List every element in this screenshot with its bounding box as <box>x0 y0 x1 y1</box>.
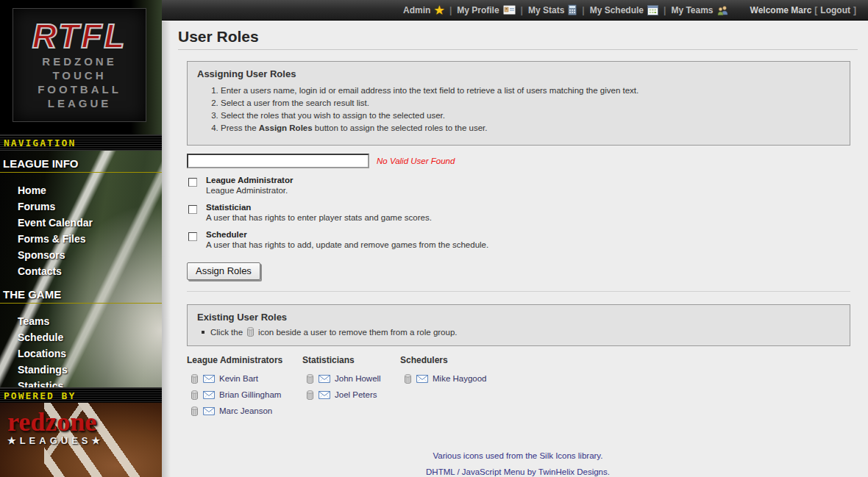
sidebar-item-standings[interactable]: Standings <box>0 362 162 378</box>
existing-user-roles-panel: Existing User Roles Click the icon besid… <box>187 304 850 346</box>
bin-icon[interactable] <box>404 374 412 384</box>
mail-icon[interactable] <box>203 375 215 383</box>
topbar-stats-label: My Stats <box>528 5 564 15</box>
mail-icon[interactable] <box>416 375 428 383</box>
vcard-icon <box>503 5 516 15</box>
footer-credits-icons: Various icons used from the Silk Icons l… <box>178 451 858 460</box>
logo-line: LEAGUE <box>13 96 146 110</box>
statistician-checkbox[interactable] <box>188 205 197 214</box>
role-description: A user that has rights to add, update an… <box>206 240 850 250</box>
step4-pre: Press the <box>221 123 259 132</box>
user-link[interactable]: John Howell <box>335 374 381 383</box>
star-icon: ★ <box>434 5 444 15</box>
search-status-message: No Valid User Found <box>377 157 455 165</box>
sidebar-item-teams[interactable]: Teams <box>0 313 162 329</box>
remove-note-post: icon beside a user to remove them from a… <box>258 328 457 337</box>
step4-bold: Assign Roles <box>259 123 313 132</box>
calendar-icon <box>647 5 658 15</box>
sidebar-item-schedule[interactable]: Schedule <box>0 329 162 345</box>
user-row: John Howell <box>302 370 400 387</box>
main-content: User Roles Assigning User Roles Enter a … <box>162 21 868 477</box>
title-divider <box>178 49 858 50</box>
topbar-item-my-profile[interactable]: My Profile <box>457 5 515 15</box>
logo-line: TOUCH <box>13 68 146 82</box>
group-title: League Administrators <box>187 355 302 365</box>
rtfl-logo[interactable]: RTFL REDZONE TOUCH FOOTBALL LEAGUE <box>13 8 146 122</box>
topbar-item-my-stats[interactable]: My Stats <box>528 4 577 15</box>
remove-note-pre: Click the <box>210 328 243 337</box>
topbar-profile-label: My Profile <box>457 5 499 15</box>
instruction-step: Select a user from the search result lis… <box>221 98 840 107</box>
user-link[interactable]: Kevin Bart <box>219 374 258 383</box>
page-footer: Various icons used from the Silk Icons l… <box>178 451 858 476</box>
redzone-leagues-logo[interactable]: redzone ★LEAGUES★ <box>0 403 162 477</box>
mail-icon[interactable] <box>203 391 215 399</box>
section-divider <box>187 291 850 292</box>
assigning-user-roles-panel: Assigning User Roles Enter a users name,… <box>187 61 850 146</box>
topbar-item-my-teams[interactable]: My Teams <box>671 5 728 15</box>
sidebar-item-forms-files[interactable]: Forms & Files <box>0 231 162 247</box>
step4-post: button to assign the selected roles to t… <box>313 123 488 132</box>
bin-icon[interactable] <box>191 406 199 416</box>
role-name: League Administrator <box>206 176 850 185</box>
footer-credits-menu: DHTML / JavaScript Menu by TwinHelix Des… <box>178 467 858 476</box>
page-title: User Roles <box>178 28 858 46</box>
user-link[interactable]: Mike Haygood <box>433 374 487 383</box>
league-administrator-checkbox[interactable] <box>188 178 197 187</box>
sidebar-item-sponsors[interactable]: Sponsors <box>0 247 162 263</box>
role-option-scheduler: Scheduler A user that has rights to add,… <box>187 230 850 250</box>
bin-icon[interactable] <box>306 374 314 384</box>
logout-bracket-left: [ <box>814 5 817 15</box>
sidebar-item-event-calendar[interactable]: Event Calendar <box>0 215 162 231</box>
topbar-schedule-label: My Schedule <box>590 5 644 15</box>
logo-acronym: RTFL <box>13 18 146 54</box>
scheduler-checkbox[interactable] <box>188 232 197 241</box>
mail-icon[interactable] <box>203 407 215 415</box>
redzone-brand-name: redzone <box>7 409 96 435</box>
remove-note: Click the icon beside a user to remove t… <box>197 327 840 337</box>
assign-roles-button[interactable]: Assign Roles <box>187 262 260 280</box>
topbar: Admin ★ | My Profile | My Stats | My Sch… <box>162 0 868 21</box>
user-link[interactable]: Brian Gillingham <box>219 390 281 399</box>
square-bullet <box>202 331 204 334</box>
bin-icon[interactable] <box>191 374 199 384</box>
role-name: Statistician <box>206 203 850 212</box>
navigation-header: NAVIGATION <box>0 135 162 151</box>
topbar-separator: | <box>449 5 452 15</box>
sidebar-item-home[interactable]: Home <box>0 182 162 198</box>
instruction-step: Select the roles that you wish to assign… <box>221 111 840 120</box>
sidebar-item-forums[interactable]: Forums <box>0 198 162 215</box>
bin-icon[interactable] <box>306 390 314 400</box>
group-title: Statisticians <box>302 355 400 365</box>
user-row: Mike Haygood <box>400 370 487 387</box>
logout-bracket-right: ] <box>853 5 856 15</box>
topbar-item-my-schedule[interactable]: My Schedule <box>590 5 658 15</box>
group-statisticians: Statisticians John Howell Joel Peters <box>302 355 400 419</box>
topbar-separator: | <box>664 5 666 15</box>
logo-line: REDZONE <box>13 54 146 68</box>
user-link[interactable]: Joel Peters <box>335 390 377 399</box>
instruction-step: Enter a users name, login id or email ad… <box>221 86 840 95</box>
logout-button[interactable]: Logout <box>820 5 850 15</box>
bin-icon[interactable] <box>191 390 199 400</box>
group-schedulers: Schedulers Mike Haygood <box>400 355 487 419</box>
role-option-statistician: Statistician A user that has rights to e… <box>187 203 850 223</box>
group-title: Schedulers <box>400 355 487 365</box>
mail-icon[interactable] <box>319 375 330 383</box>
topbar-admin-label: Admin <box>403 5 430 15</box>
group-league-administrators: League Administrators Kevin Bart Brian G… <box>187 355 302 419</box>
user-search-input[interactable] <box>187 154 369 168</box>
sidebar-item-contacts[interactable]: Contacts <box>0 263 162 279</box>
user-row: Kevin Bart <box>187 370 302 387</box>
sidebar-field-background: LEAGUE INFO Home Forums Event Calendar F… <box>0 151 162 387</box>
instruction-step: Press the Assign Roles button to assign … <box>221 123 840 132</box>
topbar-item-admin[interactable]: Admin ★ <box>403 5 444 15</box>
assigning-panel-title: Assigning User Roles <box>197 68 840 79</box>
sidebar-item-locations[interactable]: Locations <box>0 345 162 362</box>
user-link[interactable]: Marc Jeanson <box>219 406 272 415</box>
mail-icon[interactable] <box>319 391 330 399</box>
existing-panel-title: Existing User Roles <box>197 312 840 323</box>
calculator-icon <box>568 4 577 15</box>
role-option-league-administrator: League Administrator League Administrato… <box>187 176 850 196</box>
logo-area: RTFL REDZONE TOUCH FOOTBALL LEAGUE <box>0 0 162 135</box>
